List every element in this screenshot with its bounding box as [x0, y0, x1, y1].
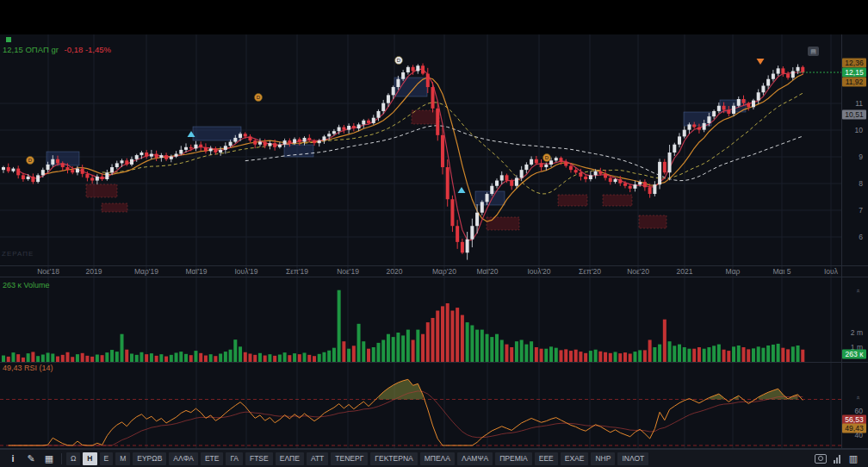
time-label: Νοε'19 — [322, 267, 374, 276]
rsi-pane-collapse-icon[interactable]: » — [853, 395, 861, 399]
price-badge: 11,92 — [842, 78, 866, 87]
symbol-button-ΝΗΡ[interactable]: ΝΗΡ — [591, 452, 615, 465]
volume-pane-collapse-icon[interactable]: » — [853, 289, 861, 292]
info-icon[interactable]: i — [5, 452, 21, 465]
bottom-toolbar: i ✎ ▦ ΩΗΕΜΕΥΡΩΒΑΛΦΑΕΤΕΓΑFTSEΕΛΠΕΑΤΤΤΕΝΕΡ… — [0, 449, 868, 467]
rsi-pane-label: 49,43 RSI (14) — [3, 364, 53, 372]
svg-text:D: D — [397, 58, 401, 63]
time-label: Μαϊ'20 — [462, 267, 513, 276]
trading-app-window: DDDD 12,15 ΟΠΑΠ gr -0,18 -1,45% ΖΕΡΑΠΕ 2… — [0, 0, 868, 467]
bar-chart-icon[interactable] — [834, 454, 840, 464]
price-change-label: -0,18 -1,45% — [65, 45, 111, 54]
toolbar-right-icons: ▥ — [815, 452, 868, 465]
symbol-button-ΑΛΦΑ[interactable]: ΑΛΦΑ — [169, 452, 198, 465]
timeframe-button-Ε[interactable]: Ε — [100, 452, 114, 465]
symbol-button-ΕΧΑΕ[interactable]: ΕΧΑΕ — [561, 452, 589, 465]
rsi-badge: 49,43 — [842, 424, 866, 433]
symbol-button-ΤΕΝΕΡΓ[interactable]: ΤΕΝΕΡΓ — [331, 452, 368, 465]
symbol-button-ΕΕΕ[interactable]: ΕΕΕ — [535, 452, 558, 465]
symbol-button-ΕΤΕ[interactable]: ΕΤΕ — [201, 452, 224, 465]
volume-pane-label: 263 κ Volume — [3, 281, 50, 290]
price-badge: 12,36 — [842, 59, 866, 68]
time-label: Νοε'20 — [612, 267, 664, 276]
time-label: Μαρ'19 — [121, 267, 172, 276]
time-label: 2020 — [369, 267, 420, 276]
platform-watermark: ΖΕΡΑΠΕ — [2, 250, 34, 258]
time-label: Ιουλ'19 — [220, 267, 272, 276]
svg-text:D: D — [28, 158, 33, 163]
timeframe-button-Μ[interactable]: Μ — [115, 452, 130, 465]
time-label: Μαϊ'19 — [170, 267, 222, 276]
svg-text:D: D — [545, 155, 549, 160]
timeframe-button-Η[interactable]: Η — [83, 452, 96, 465]
timeframe-button-Ω[interactable]: Ω — [66, 452, 80, 465]
price-axis[interactable]: » » 1110987612,3612,1511,9210,512 m1 m26… — [842, 34, 868, 449]
volume-layer — [2, 290, 804, 362]
toolbar-divider — [61, 453, 62, 464]
symbol-legend: 12,15 ΟΠΑΠ gr -0,18 -1,45% — [3, 45, 111, 54]
price-tick: 10 — [842, 126, 863, 134]
symbol-button-ΙΝΛΟΤ[interactable]: ΙΝΛΟΤ — [617, 452, 648, 465]
time-label: Ιουλ — [805, 267, 857, 276]
volume-badge: 263 κ — [842, 350, 866, 359]
time-label: Σεπ'19 — [271, 267, 323, 276]
pencil-draw-icon[interactable]: ✎ — [23, 452, 39, 465]
time-label: Σεπ'20 — [564, 267, 616, 276]
symbol-price-label: 12,15 ΟΠΑΠ gr — [3, 45, 59, 54]
time-label: 2019 — [68, 267, 120, 276]
price-badge: 12,15 — [842, 68, 866, 78]
rsi-layer — [0, 379, 841, 445]
price-tick: 9 — [842, 153, 863, 161]
price-tick: 11 — [842, 99, 863, 108]
time-label: Ιουλ'20 — [513, 267, 565, 276]
price-badge: 10,51 — [842, 110, 866, 120]
price-tick: 7 — [842, 206, 863, 215]
time-label: Νοε'18 — [22, 267, 74, 276]
svg-text:D: D — [257, 95, 261, 100]
panel-grid-icon[interactable]: ▥ — [847, 452, 859, 465]
connection-status-icon — [6, 37, 11, 42]
price-tick: 8 — [842, 179, 863, 188]
symbol-button-ΑΤΤ[interactable]: ΑΤΤ — [307, 452, 328, 465]
camera-screenshot-icon[interactable] — [815, 454, 827, 464]
symbol-button-ΕΥΡΩΒ[interactable]: ΕΥΡΩΒ — [133, 452, 166, 465]
symbol-button-ΜΠΕΛΑ[interactable]: ΜΠΕΛΑ — [420, 452, 455, 465]
pane-corner-icon[interactable]: ▤ — [808, 47, 819, 56]
symbol-button-ΕΛΠΕ[interactable]: ΕΛΠΕ — [276, 452, 304, 465]
toolbar-buttons: ΩΗΕΜΕΥΡΩΒΑΛΦΑΕΤΕΓΑFTSEΕΛΠΕΑΤΤΤΕΝΕΡΓΓΕΚΤΕ… — [66, 452, 648, 465]
symbol-button-ΛΑΜΨΑ[interactable]: ΛΑΜΨΑ — [457, 452, 493, 465]
time-label: Μαι 5 — [756, 267, 808, 276]
chart-canvas[interactable]: DDDD — [0, 0, 868, 449]
price-tick: 6 — [842, 233, 863, 241]
symbol-button-FTSE[interactable]: FTSE — [245, 452, 273, 465]
symbol-button-ΓΕΚΤΕΡΝΑ[interactable]: ΓΕΚΤΕΡΝΑ — [370, 452, 417, 465]
grid-layout-icon[interactable]: ▦ — [41, 452, 57, 465]
symbol-button-ΠΡΕΜΙΑ[interactable]: ΠΡΕΜΙΑ — [495, 452, 532, 465]
time-label: 2021 — [659, 267, 710, 276]
time-label: Μαρ — [707, 267, 759, 276]
rsi-tick: 60 — [842, 407, 863, 415]
volume-tick: 2 m — [842, 328, 863, 337]
symbol-button-ΓΑ[interactable]: ΓΑ — [226, 452, 243, 465]
